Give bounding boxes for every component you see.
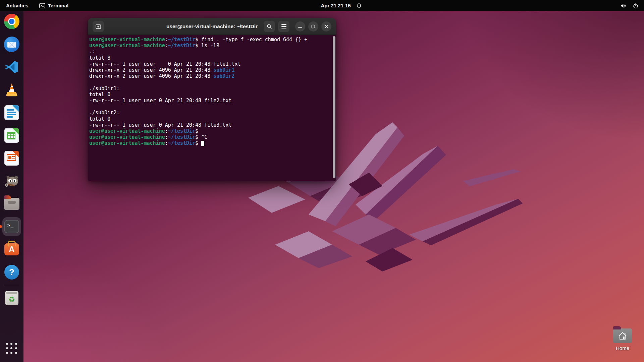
volume-icon[interactable]	[620, 3, 627, 9]
home-folder-shortcut[interactable]: Home	[610, 328, 635, 351]
libreoffice-calc-icon	[4, 128, 19, 143]
dock-item-ubuntu-software[interactable]: A	[2, 240, 21, 259]
app-grid-icon	[6, 343, 17, 354]
libreoffice-writer-icon	[4, 105, 19, 120]
notification-bell-icon	[356, 3, 362, 8]
dock-item-vlc[interactable]	[2, 80, 21, 99]
maximize-icon	[311, 24, 315, 28]
focused-app-label: Terminal	[48, 3, 68, 8]
close-button[interactable]	[321, 21, 331, 32]
activities-label: Activities	[6, 3, 29, 8]
minimize-icon	[298, 24, 302, 28]
thunderbird-icon	[4, 37, 19, 52]
hamburger-icon	[281, 24, 286, 28]
dock-item-libreoffice-calc[interactable]	[2, 126, 21, 145]
focused-app-indicator[interactable]: Terminal	[35, 0, 73, 11]
close-icon	[324, 24, 328, 28]
show-applications-button[interactable]	[2, 339, 21, 358]
dock-item-libreoffice-impress[interactable]	[2, 149, 21, 168]
terminal-output: user@user-virtual-machine:~/testDir$ fin…	[89, 37, 331, 146]
clock-label: Apr 21 21:15	[321, 3, 351, 8]
dock-item-thunderbird[interactable]	[2, 35, 21, 54]
home-folder-icon	[613, 328, 632, 343]
chrome-icon	[4, 14, 19, 29]
trash-icon: ♻	[5, 291, 18, 305]
top-bar: Activities Terminal Apr 21 21:15	[0, 0, 644, 11]
help-icon-glyph: ?	[9, 267, 14, 278]
search-button[interactable]	[264, 21, 275, 32]
window-titlebar[interactable]: user@user-virtual-machine: ~/testDir	[88, 18, 336, 35]
home-folder-label: Home	[610, 345, 635, 351]
maximize-button[interactable]	[308, 21, 318, 32]
dock-item-vscode[interactable]	[2, 58, 21, 76]
software-icon-glyph: A	[9, 245, 14, 254]
dock-item-files[interactable]	[2, 194, 21, 213]
files-icon	[4, 198, 19, 210]
dock-item-gimp[interactable]	[2, 172, 21, 190]
terminal-app-icon	[39, 3, 45, 8]
trash-icon-glyph: ♻	[8, 295, 15, 304]
terminal-window: user@user-virtual-machine: ~/testDir	[88, 18, 336, 181]
dock-item-trash[interactable]: ♻	[2, 289, 21, 307]
vlc-icon	[4, 83, 19, 97]
minimize-button[interactable]	[295, 21, 305, 32]
terminal-icon: >_	[4, 220, 19, 233]
clock-menu-button[interactable]: Apr 21 21:15	[321, 0, 362, 11]
dock-item-help[interactable]: ?	[2, 263, 21, 282]
menu-button[interactable]	[278, 21, 289, 32]
terminal-scrollbar[interactable]	[333, 36, 335, 178]
dock-item-libreoffice-writer[interactable]	[2, 103, 21, 122]
terminal-content[interactable]: user@user-virtual-machine:~/testDir$ fin…	[88, 35, 336, 181]
gimp-icon	[4, 174, 19, 188]
ubuntu-software-icon: A	[4, 243, 19, 255]
window-title: user@user-virtual-machine: ~/testDir	[166, 23, 258, 29]
new-tab-button[interactable]	[93, 21, 104, 32]
dock: >_ A ? ♻	[0, 11, 23, 362]
terminal-icon-glyph: >_	[7, 223, 14, 228]
help-icon: ?	[4, 265, 19, 280]
dock-item-terminal[interactable]: >_	[2, 217, 21, 236]
vscode-icon	[4, 60, 19, 74]
dock-divider	[5, 285, 19, 285]
power-icon[interactable]	[633, 3, 639, 9]
search-icon	[266, 23, 272, 29]
house-icon	[618, 331, 627, 340]
dock-item-chrome[interactable]	[2, 12, 21, 31]
activities-button[interactable]: Activities	[0, 0, 35, 11]
libreoffice-impress-icon	[4, 151, 19, 166]
